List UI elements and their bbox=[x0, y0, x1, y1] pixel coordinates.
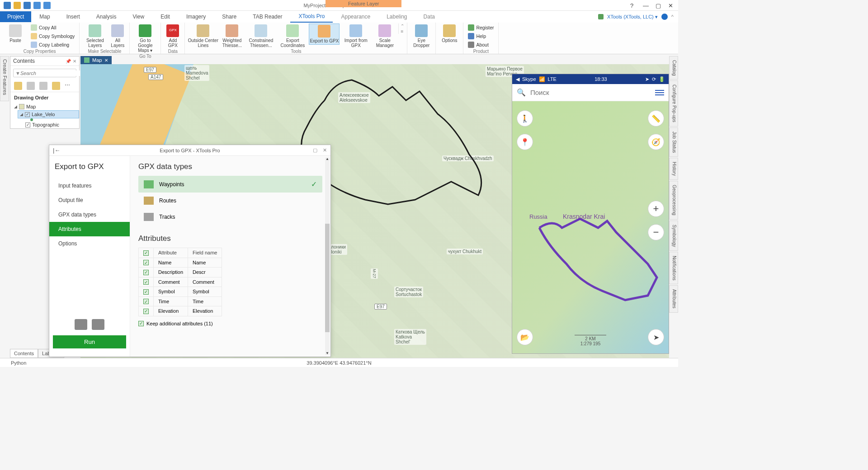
selected-layers-button[interactable]: Selected Layers bbox=[82, 24, 108, 49]
export-to-gpx-button[interactable]: Export to GPX bbox=[309, 24, 340, 45]
nav-input-features[interactable]: Input features bbox=[49, 179, 130, 193]
list-by-selection-icon[interactable] bbox=[39, 82, 47, 90]
register-button[interactable]: Register bbox=[466, 24, 495, 32]
search-input[interactable] bbox=[20, 70, 83, 76]
layer-lakevelo[interactable]: ◢✓Lake_Velo bbox=[18, 110, 79, 118]
options-button[interactable]: Options bbox=[439, 24, 460, 44]
tab-data[interactable]: Data bbox=[415, 11, 443, 22]
tab-tabreader[interactable]: TAB Reader bbox=[245, 11, 290, 22]
screenshot-icon[interactable] bbox=[75, 319, 87, 330]
list-by-editing-icon[interactable] bbox=[52, 82, 60, 90]
paste-button[interactable]: Paste bbox=[3, 24, 28, 44]
history-tab[interactable]: History bbox=[669, 158, 678, 180]
back-icon[interactable]: ◀ bbox=[516, 76, 519, 82]
zoom-out-button[interactable]: − bbox=[648, 224, 664, 240]
back-icon[interactable]: |← bbox=[53, 147, 60, 154]
select-all-checkbox[interactable]: ✓ bbox=[143, 250, 149, 256]
ribbon-dialog-icon[interactable]: ≡ bbox=[401, 29, 404, 34]
row-checkbox[interactable]: ✓ bbox=[143, 279, 149, 285]
run-button[interactable]: Run bbox=[53, 335, 126, 348]
list-by-drawing-icon[interactable] bbox=[14, 82, 22, 90]
scroll-down-icon[interactable]: ▼ bbox=[325, 351, 330, 356]
notifications-icon[interactable] bbox=[661, 14, 668, 20]
tab-map[interactable]: Map bbox=[31, 11, 58, 22]
nav-gpx-data-types[interactable]: GPX data types bbox=[49, 207, 130, 222]
close-icon[interactable]: ✕ bbox=[73, 59, 76, 64]
contents-btab[interactable]: Contents bbox=[10, 349, 38, 358]
tab-edit[interactable]: Edit bbox=[152, 11, 178, 22]
row-checkbox[interactable]: ✓ bbox=[143, 270, 149, 275]
qat-save-icon[interactable] bbox=[24, 2, 31, 9]
tab-analysis[interactable]: Analysis bbox=[88, 11, 125, 22]
row-checkbox[interactable]: ✓ bbox=[143, 299, 149, 304]
dialog-close-icon[interactable]: ✕ bbox=[323, 147, 327, 153]
zoom-in-button[interactable]: + bbox=[648, 201, 664, 217]
copy-symbology-button[interactable]: Copy Symbology bbox=[29, 32, 76, 40]
import-from-gpx-button[interactable]: Import from GPX bbox=[340, 24, 371, 49]
about-button[interactable]: About bbox=[466, 41, 495, 49]
dialog-max-icon[interactable]: ▢ bbox=[313, 147, 317, 153]
qat-undo-icon[interactable] bbox=[33, 2, 41, 9]
tab-labeling[interactable]: Labeling bbox=[378, 11, 415, 22]
layer-checkbox[interactable]: ✓ bbox=[25, 112, 30, 117]
project-tab[interactable]: Project bbox=[0, 11, 31, 22]
tab-xtoolspro[interactable]: XTools Pro bbox=[290, 11, 333, 23]
map-view-tab[interactable]: Map ✕ bbox=[80, 56, 112, 64]
tab-view[interactable]: View bbox=[124, 11, 152, 22]
search-icon[interactable]: 🔍 bbox=[517, 88, 526, 97]
maximize-button[interactable]: ▢ bbox=[656, 2, 662, 9]
row-checkbox[interactable]: ✓ bbox=[143, 309, 149, 314]
layer-checkbox[interactable]: ✓ bbox=[25, 122, 30, 127]
layer-topographic[interactable]: ✓Topographic bbox=[18, 121, 79, 128]
help-button[interactable]: ? bbox=[630, 2, 637, 9]
contents-search[interactable]: ▼ 🔍 bbox=[13, 69, 76, 77]
row-checkbox[interactable]: ✓ bbox=[143, 260, 149, 265]
nav-attributes[interactable]: Attributes bbox=[49, 222, 130, 236]
export-coordinates-button[interactable]: Export Coordinates bbox=[277, 24, 308, 49]
scrollbar-thumb[interactable] bbox=[325, 224, 330, 332]
type-tracks[interactable]: Tracks bbox=[138, 209, 322, 225]
ribbon-expand-icon[interactable]: ⌃ bbox=[401, 24, 404, 28]
help-doc-icon[interactable] bbox=[92, 319, 104, 330]
google-maps-button[interactable]: Go to Google Maps ▾ bbox=[132, 24, 158, 54]
pin-icon[interactable]: 📌 bbox=[66, 59, 71, 64]
qat-open-icon[interactable] bbox=[14, 2, 21, 9]
job-status-tab[interactable]: Job Status bbox=[669, 127, 678, 157]
close-map-icon[interactable]: ✕ bbox=[104, 58, 108, 63]
column-field[interactable]: Field name bbox=[188, 248, 222, 258]
scroll-up-icon[interactable]: ▲ bbox=[325, 157, 330, 161]
help-button[interactable]: Help bbox=[466, 32, 495, 40]
phone-map[interactable]: 🚶 📍 📏 🧭 + − 📂 ➤ Russia Krasnodar Krai 2 … bbox=[512, 101, 669, 354]
ruler-button[interactable]: 📏 bbox=[648, 110, 664, 127]
tab-imagery[interactable]: Imagery bbox=[178, 11, 214, 22]
compass-button[interactable]: 🧭 bbox=[648, 134, 664, 150]
minimize-button[interactable]: — bbox=[643, 2, 649, 9]
attributes-tab[interactable]: Attributes bbox=[669, 285, 678, 312]
tab-share[interactable]: Share bbox=[214, 11, 245, 22]
row-checkbox[interactable]: ✓ bbox=[143, 289, 149, 295]
nav-options[interactable]: Options bbox=[49, 236, 130, 251]
copy-all-button[interactable]: Copy All bbox=[29, 24, 76, 32]
outside-center-lines-button[interactable]: Outside Center Lines bbox=[188, 24, 218, 49]
tab-appearance[interactable]: Appearance bbox=[333, 11, 378, 22]
type-routes[interactable]: Routes bbox=[138, 193, 322, 209]
ribbon-collapse-icon[interactable]: ^ bbox=[671, 14, 674, 19]
qat-new-icon[interactable] bbox=[4, 2, 11, 9]
menu-icon[interactable] bbox=[655, 90, 664, 95]
phone-search-input[interactable] bbox=[530, 89, 651, 96]
add-gpx-button[interactable]: GPXAdd GPX bbox=[164, 24, 182, 49]
vendor-label[interactable]: XTools (XTools, LLC) ▾ bbox=[607, 14, 658, 20]
all-layers-button[interactable]: All Layers bbox=[108, 24, 127, 49]
scale-manager-button[interactable]: Scale Manager bbox=[372, 24, 397, 49]
copy-labeling-button[interactable]: Copy Labeling bbox=[29, 41, 76, 49]
walk-button[interactable]: 🚶 bbox=[517, 110, 533, 127]
python-button[interactable]: Python bbox=[0, 360, 26, 366]
close-button[interactable]: ✕ bbox=[668, 2, 675, 9]
keep-checkbox[interactable]: ✓ bbox=[138, 321, 144, 326]
locate-button[interactable]: ➤ bbox=[648, 329, 664, 345]
map-node[interactable]: ◢Map bbox=[12, 103, 79, 110]
constrained-thiessen-button[interactable]: Constrained Thiessen... bbox=[245, 24, 276, 49]
layers-button[interactable]: 📂 bbox=[517, 329, 533, 345]
qat-redo-icon[interactable] bbox=[43, 2, 51, 9]
more-icon[interactable]: ⋯ bbox=[65, 82, 70, 90]
